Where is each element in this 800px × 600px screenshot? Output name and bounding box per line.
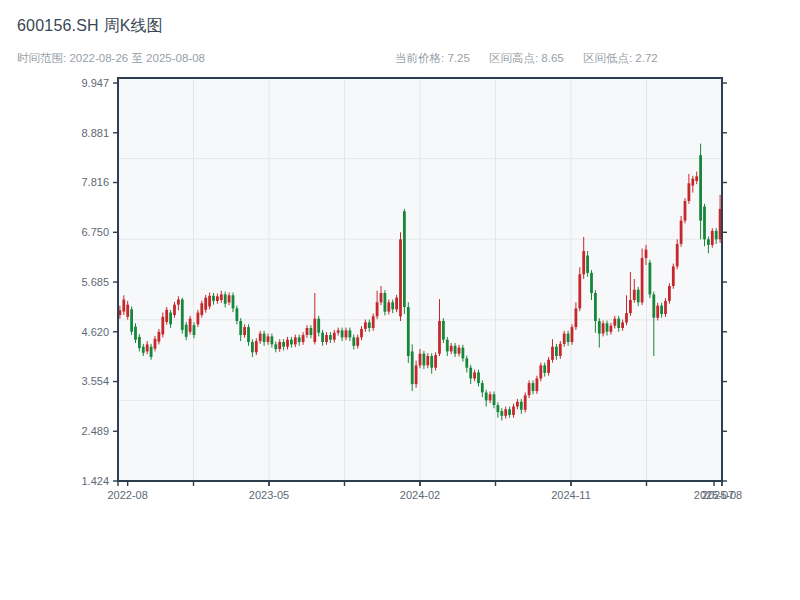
x-tick-label: 2023-05 <box>249 489 289 501</box>
x-tick-label: 2024-11 <box>551 489 591 501</box>
x-tick-label: 2022-08 <box>107 489 147 501</box>
kline-chart: 9.9478.8817.8166.7505.6854.6203.5542.489… <box>0 0 800 600</box>
y-tick-label: 3.554 <box>81 375 109 387</box>
y-tick-label: 2.489 <box>81 425 109 437</box>
x-tick-label: 2025-08 <box>702 489 742 501</box>
y-tick-label: 1.424 <box>81 475 109 487</box>
y-tick-label: 6.750 <box>81 226 109 238</box>
y-tick-label: 8.881 <box>81 127 109 139</box>
x-tick-label: 2024-02 <box>400 489 440 501</box>
y-tick-label: 4.620 <box>81 326 109 338</box>
y-tick-label: 7.816 <box>81 176 109 188</box>
y-tick-label: 5.685 <box>81 276 109 288</box>
x-axis: 2022-082023-052024-022024-112025-072025-… <box>107 481 742 501</box>
y-tick-label: 9.947 <box>81 77 109 89</box>
